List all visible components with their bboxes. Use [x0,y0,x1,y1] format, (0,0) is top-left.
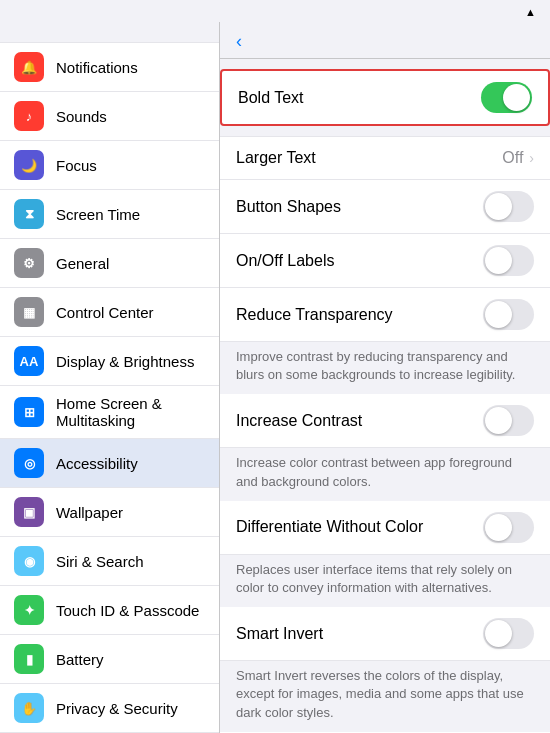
toggle-knob-bold-text [503,84,530,111]
settings-row-bold-text[interactable]: Bold Text [220,69,550,126]
settings-row-increase-contrast[interactable]: Increase Contrast [220,394,550,448]
sidebar-item-home-screen[interactable]: ⊞Home Screen & Multitasking [0,386,219,439]
sidebar-item-label-touch-id: Touch ID & Passcode [56,602,199,619]
status-bar: ▲ [0,0,550,22]
row-description-smart-invert: Smart Invert reverses the colors of the … [220,661,550,732]
home-screen-icon: ⊞ [14,397,44,427]
sidebar-item-sounds[interactable]: ♪Sounds [0,92,219,141]
sidebar-items-container: 🔔Notifications♪Sounds🌙Focus⧗Screen Time⚙… [0,42,219,733]
sidebar-item-general[interactable]: ⚙General [0,239,219,288]
sidebar-item-label-screen-time: Screen Time [56,206,140,223]
toggle-knob-on-off-labels [485,247,512,274]
row-label-bold-text: Bold Text [238,89,481,107]
settings-row-smart-invert[interactable]: Smart Invert [220,607,550,661]
battery-icon: ▮ [14,644,44,674]
row-label-larger-text: Larger Text [236,149,502,167]
back-button[interactable]: ‹ [236,32,245,50]
settings-row-larger-text[interactable]: Larger TextOff› [220,136,550,180]
main-layout: 🔔Notifications♪Sounds🌙Focus⧗Screen Time⚙… [0,22,550,733]
settings-section-main: Larger TextOff›Button ShapesOn/Off Label… [220,136,550,733]
status-icons: ▲ [525,6,540,18]
focus-icon: 🌙 [14,150,44,180]
sidebar-item-label-accessibility: Accessibility [56,455,138,472]
toggle-on-off-labels[interactable] [483,245,534,276]
toggle-button-shapes[interactable] [483,191,534,222]
sidebar-item-label-siri-search: Siri & Search [56,553,144,570]
toggle-knob-differentiate-without-color [485,514,512,541]
general-icon: ⚙ [14,248,44,278]
sidebar-item-label-general: General [56,255,109,272]
sidebar-item-label-sounds: Sounds [56,108,107,125]
row-description-differentiate-without-color: Replaces user interface items that rely … [220,555,550,607]
sidebar-title [0,22,219,42]
settings-row-button-shapes[interactable]: Button Shapes [220,180,550,234]
toggle-knob-smart-invert [485,620,512,647]
content-header: ‹ [220,22,550,59]
row-label-increase-contrast: Increase Contrast [236,412,483,430]
sidebar-item-control-center[interactable]: ▦Control Center [0,288,219,337]
sidebar-item-label-privacy-security: Privacy & Security [56,700,178,717]
privacy-security-icon: ✋ [14,693,44,723]
row-label-on-off-labels: On/Off Labels [236,252,483,270]
sidebar: 🔔Notifications♪Sounds🌙Focus⧗Screen Time⚙… [0,22,220,733]
sidebar-item-label-home-screen: Home Screen & Multitasking [56,395,205,429]
sidebar-item-label-focus: Focus [56,157,97,174]
settings-row-on-off-labels[interactable]: On/Off Labels [220,234,550,288]
sidebar-item-screen-time[interactable]: ⧗Screen Time [0,190,219,239]
sidebar-item-focus[interactable]: 🌙Focus [0,141,219,190]
content-rows-container: Bold TextLarger TextOff›Button ShapesOn/… [220,69,550,733]
toggle-increase-contrast[interactable] [483,405,534,436]
toggle-knob-reduce-transparency [485,301,512,328]
back-chevron-icon: ‹ [236,32,242,50]
screen-time-icon: ⧗ [14,199,44,229]
settings-row-reduce-transparency[interactable]: Reduce Transparency [220,288,550,342]
row-description-reduce-transparency: Improve contrast by reducing transparenc… [220,342,550,394]
toggle-knob-button-shapes [485,193,512,220]
row-label-button-shapes: Button Shapes [236,198,483,216]
touch-id-icon: ✦ [14,595,44,625]
row-chevron-larger-text: › [529,150,534,166]
sounds-icon: ♪ [14,101,44,131]
control-center-icon: ▦ [14,297,44,327]
sidebar-item-notifications[interactable]: 🔔Notifications [0,42,219,92]
row-label-differentiate-without-color: Differentiate Without Color [236,518,483,536]
sidebar-item-touch-id[interactable]: ✦Touch ID & Passcode [0,586,219,635]
accessibility-icon: ◎ [14,448,44,478]
toggle-smart-invert[interactable] [483,618,534,649]
sidebar-item-siri-search[interactable]: ◉Siri & Search [0,537,219,586]
row-label-smart-invert: Smart Invert [236,625,483,643]
sidebar-item-label-wallpaper: Wallpaper [56,504,123,521]
toggle-differentiate-without-color[interactable] [483,512,534,543]
toggle-reduce-transparency[interactable] [483,299,534,330]
toggle-knob-increase-contrast [485,407,512,434]
sidebar-item-battery[interactable]: ▮Battery [0,635,219,684]
sidebar-item-label-notifications: Notifications [56,59,138,76]
content-panel: ‹ Bold TextLarger TextOff›Button ShapesO… [220,22,550,733]
toggle-bold-text[interactable] [481,82,532,113]
settings-row-differentiate-without-color[interactable]: Differentiate Without Color [220,501,550,555]
row-label-reduce-transparency: Reduce Transparency [236,306,483,324]
siri-search-icon: ◉ [14,546,44,576]
display-brightness-icon: AA [14,346,44,376]
sidebar-item-wallpaper[interactable]: ▣Wallpaper [0,488,219,537]
notifications-icon: 🔔 [14,52,44,82]
row-description-increase-contrast: Increase color contrast between app fore… [220,448,550,500]
sidebar-item-label-battery: Battery [56,651,104,668]
sidebar-item-accessibility[interactable]: ◎Accessibility [0,439,219,488]
row-value-larger-text: Off [502,149,523,167]
sidebar-item-label-control-center: Control Center [56,304,154,321]
wallpaper-icon: ▣ [14,497,44,527]
sidebar-item-privacy-security[interactable]: ✋Privacy & Security [0,684,219,733]
wifi-icon: ▲ [525,6,536,18]
sidebar-item-label-display-brightness: Display & Brightness [56,353,194,370]
sidebar-item-display-brightness[interactable]: AADisplay & Brightness [0,337,219,386]
